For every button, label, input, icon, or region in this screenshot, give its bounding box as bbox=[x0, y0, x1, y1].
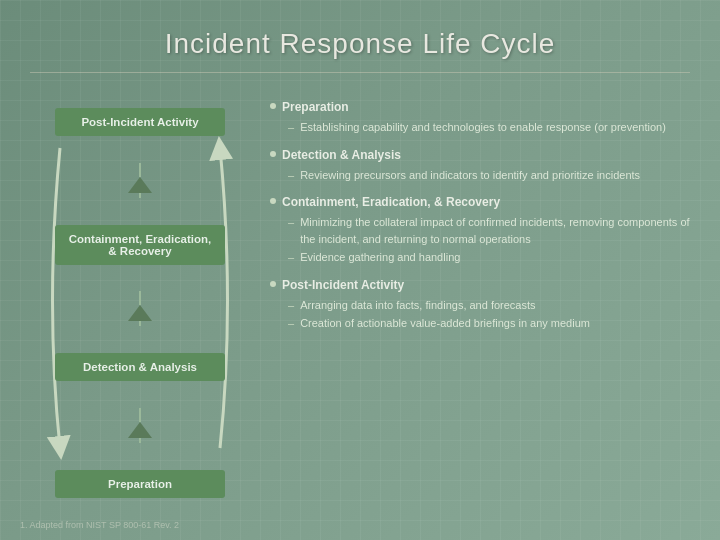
arrow-2 bbox=[128, 291, 152, 326]
phase-containment: Containment, Eradication, & Recovery bbox=[55, 225, 225, 265]
arrow-3 bbox=[128, 408, 152, 443]
bullet-main-containment: Containment, Eradication, & Recovery bbox=[270, 193, 690, 211]
bullet-sub-text-detection-0: Reviewing precursors and indicators to i… bbox=[300, 167, 640, 184]
content-area: Post-Incident Activity Containment, Erad… bbox=[0, 73, 720, 523]
bullet-sub-containment-1: – Evidence gathering and handling bbox=[270, 249, 690, 266]
bullet-section-post: Post-Incident Activity – Arranging data … bbox=[270, 276, 690, 334]
phase-detection: Detection & Analysis bbox=[55, 353, 225, 381]
cycle-container: Post-Incident Activity Containment, Erad… bbox=[40, 108, 240, 498]
bullet-section-detection: Detection & Analysis – Reviewing precurs… bbox=[270, 146, 690, 186]
bullet-sub-post-0: – Arranging data into facts, findings, a… bbox=[270, 297, 690, 314]
phase-post-incident: Post-Incident Activity bbox=[55, 108, 225, 136]
cycle-diagram: Post-Incident Activity Containment, Erad… bbox=[30, 93, 250, 513]
phase-preparation: Preparation bbox=[55, 470, 225, 498]
slide-title: Incident Response Life Cycle bbox=[40, 28, 680, 60]
arrow-1 bbox=[128, 163, 152, 198]
bullet-sub-text-containment-1: Evidence gathering and handling bbox=[300, 249, 460, 266]
bullet-sub-post-1: – Creation of actionable value-added bri… bbox=[270, 315, 690, 332]
bullet-sub-text-containment-0: Minimizing the collateral impact of conf… bbox=[300, 214, 690, 247]
bullet-section-containment: Containment, Eradication, & Recovery – M… bbox=[270, 193, 690, 268]
bullet-label-detection: Detection & Analysis bbox=[282, 146, 401, 164]
bullet-main-post: Post-Incident Activity bbox=[270, 276, 690, 294]
bullet-label-containment: Containment, Eradication, & Recovery bbox=[282, 193, 500, 211]
bullet-sub-text-post-1: Creation of actionable value-added brief… bbox=[300, 315, 590, 332]
title-area: Incident Response Life Cycle bbox=[0, 0, 720, 72]
bullet-dot bbox=[270, 103, 276, 109]
bullet-label-preparation: Preparation bbox=[282, 98, 349, 116]
bullet-sub-detection-0: – Reviewing precursors and indicators to… bbox=[270, 167, 690, 184]
bullet-sub-text: Establishing capability and technologies… bbox=[300, 119, 666, 136]
bullet-sub-preparation-0: – Establishing capability and technologi… bbox=[270, 119, 690, 136]
bullet-dot-3 bbox=[270, 198, 276, 204]
bullet-section-preparation: Preparation – Establishing capability an… bbox=[270, 98, 690, 138]
bullet-label-post: Post-Incident Activity bbox=[282, 276, 404, 294]
bullet-sub-containment-0: – Minimizing the collateral impact of co… bbox=[270, 214, 690, 247]
right-panel: Preparation – Establishing capability an… bbox=[270, 93, 690, 513]
bullet-main-detection: Detection & Analysis bbox=[270, 146, 690, 164]
bullet-dot-2 bbox=[270, 151, 276, 157]
slide: Incident Response Life Cycle bbox=[0, 0, 720, 540]
bullet-dot-4 bbox=[270, 281, 276, 287]
footnote: 1. Adapted from NIST SP 800-61 Rev. 2 bbox=[20, 520, 179, 530]
bullet-sub-text-post-0: Arranging data into facts, findings, and… bbox=[300, 297, 535, 314]
bullet-main-preparation: Preparation bbox=[270, 98, 690, 116]
